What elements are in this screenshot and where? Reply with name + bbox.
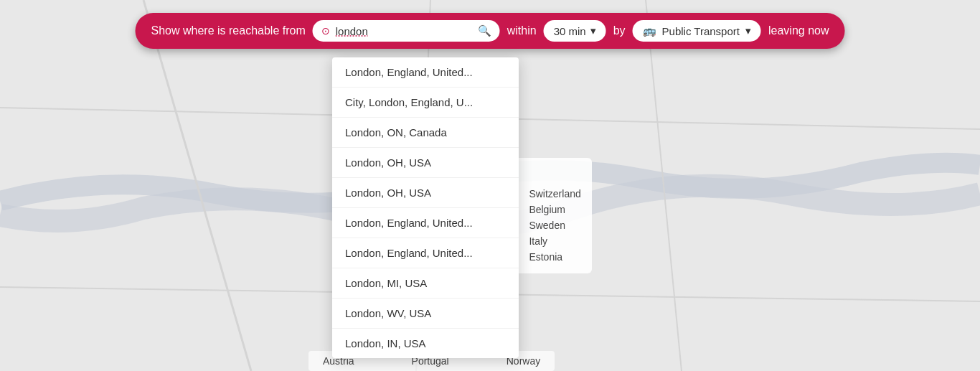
dropdown-item[interactable]: London, IN, USA <box>332 329 519 358</box>
country-item: Belgium <box>529 204 580 215</box>
search-dropdown: London, England, United...City, London, … <box>332 57 519 358</box>
time-value: 30 min <box>554 25 586 37</box>
country-item: Sweden <box>529 220 580 231</box>
transport-chevron-icon: ▾ <box>745 24 751 37</box>
country-item: Italy <box>529 235 580 247</box>
country-item: Estonia <box>529 251 580 263</box>
bus-icon: 🚌 <box>643 24 656 37</box>
transport-label: Public Transport <box>662 25 740 37</box>
dropdown-item[interactable]: London, WV, USA <box>332 299 519 329</box>
time-chevron-icon: ▾ <box>590 24 596 37</box>
dropdown-item[interactable]: London, England, United... <box>332 208 519 238</box>
dropdown-item[interactable]: London, OH, USA <box>332 178 519 208</box>
dropdown-item[interactable]: London, MI, USA <box>332 268 519 299</box>
prefix-label: Show where is reachable from <box>151 24 306 37</box>
dropdown-item[interactable]: London, ON, Canada <box>332 118 519 148</box>
search-input[interactable] <box>336 25 472 37</box>
search-bar: Show where is reachable from ⊙ 🔍 within … <box>136 13 845 49</box>
dropdown-item[interactable]: London, England, United... <box>332 57 519 88</box>
within-label: within <box>507 24 537 37</box>
time-selector[interactable]: 30 min ▾ <box>544 20 606 42</box>
country-item: Switzerland <box>529 188 580 199</box>
search-box[interactable]: ⊙ 🔍 <box>313 20 500 42</box>
dropdown-item[interactable]: London, England, United... <box>332 238 519 268</box>
transport-selector[interactable]: 🚌 Public Transport ▾ <box>633 20 761 42</box>
location-icon: ⊙ <box>321 25 330 37</box>
by-label: by <box>613 24 626 37</box>
leaving-label: leaving now <box>768 24 829 37</box>
dropdown-item[interactable]: City, London, England, U... <box>332 88 519 118</box>
dropdown-item[interactable]: London, OH, USA <box>332 148 519 178</box>
search-button[interactable]: 🔍 <box>478 24 491 37</box>
